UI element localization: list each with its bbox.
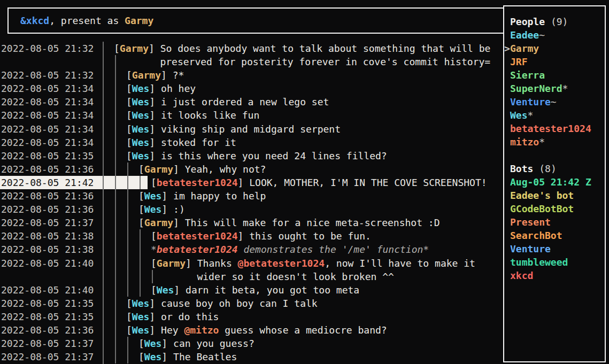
person-item-jrf[interactable]: JRF <box>504 55 605 68</box>
message-text: *betatester1024 demonstrates the '/me' f… <box>151 243 429 256</box>
chat-line-highlighted: 2022-08-05 21:42[betatester1024] LOOK, M… <box>0 176 503 189</box>
message-segment: it looks like fun <box>161 110 259 121</box>
message-segment: Yeah, why not? <box>185 164 266 175</box>
message-segment: i just ordered a new lego set <box>161 96 329 107</box>
timestamp: 2022-08-05 21:37 <box>1 350 94 363</box>
message-segment: is this where you need 24 lines filled? <box>161 150 387 161</box>
message-text: [betatester1024] this ought to be fun. <box>151 229 371 243</box>
chat-log: 2022-08-05 21:32[Garmy] So does anybody … <box>0 42 503 364</box>
chat-line: 2022-08-05 21:40[Garmy] Thanks @betatest… <box>0 257 503 270</box>
bot-item-gcodebotbot[interactable]: GCodeBotBot <box>504 202 605 215</box>
nick: Garmy <box>157 258 186 269</box>
message-segment: cause boy oh boy can I talk <box>161 298 318 309</box>
message-segment: ] <box>161 190 173 202</box>
thread-line <box>127 283 128 297</box>
person-item-mitzo[interactable]: mitzo* <box>504 135 605 149</box>
message-text: [betatester1024] LOOK, MOTHER, I'M IN TH… <box>151 176 487 189</box>
message-text: [Wes] can you guess? <box>138 337 255 350</box>
person-item-supernerd[interactable]: SuperNerd* <box>504 82 605 95</box>
message-text: [Garmy] ?* <box>126 68 184 82</box>
message-segment: im happy to help <box>173 190 266 202</box>
message-segment: [ <box>151 177 157 188</box>
thread-line <box>140 283 141 297</box>
message-segment: demonstrates the '/me' function* <box>238 244 429 255</box>
message-segment: ] <box>186 258 197 269</box>
message-segment: this ought to be fun. <box>249 230 371 242</box>
message-text: [Wes] stoked for it <box>126 136 236 149</box>
message-text: [Wes] viking ship and midgard serpent <box>126 122 341 136</box>
message-segment: The Beatles <box>173 351 237 362</box>
nick: Wes <box>144 190 162 202</box>
person-item-wes[interactable]: Wes* <box>504 109 605 122</box>
person-item-venture[interactable]: Venture~ <box>504 95 605 109</box>
message-segment: So does anybody want to talk about somet… <box>160 43 491 54</box>
nick: betatester1024 <box>157 244 238 255</box>
person-item-eadee[interactable]: Eadee~ <box>504 28 605 42</box>
people-list: Eadee~>GarmyJRFSierraSuperNerd*Venture~W… <box>504 28 605 149</box>
timestamp: 2022-08-05 21:34 <box>1 109 94 122</box>
thread-line <box>127 270 128 283</box>
nick: Wes <box>132 150 150 161</box>
bot-name: Present <box>510 216 551 228</box>
bot-item-venture[interactable]: Venture <box>504 242 605 255</box>
bot-name: Eadee's bot <box>510 190 574 201</box>
bot-item-eadee-s-bot[interactable]: Eadee's bot <box>504 189 605 202</box>
nick: Garmy <box>132 69 161 81</box>
thread-line <box>127 162 128 176</box>
timestamp: 2022-08-05 21:37 <box>1 216 94 229</box>
thread-line <box>127 229 128 243</box>
person-name: JRF <box>510 56 528 67</box>
message-segment: ?* <box>173 69 184 81</box>
person-name: Garmy <box>510 43 539 54</box>
chat-line: 2022-08-05 21:38*betatester1024 demonstr… <box>0 243 503 256</box>
message-text: [Wes] is this where you need 24 lines fi… <box>126 149 387 162</box>
timestamp: 2022-08-05 21:38 <box>1 229 94 243</box>
message-segment: ] <box>149 150 161 161</box>
message-segment: ] <box>161 351 173 362</box>
message-text: [Garmy] Yeah, why not? <box>138 162 266 176</box>
message-segment: viking ship and midgard serpent <box>161 123 341 135</box>
nick: @betatester1024 <box>238 258 325 269</box>
thread-line <box>115 136 116 149</box>
thread-line <box>115 350 116 363</box>
selected-cursor: > <box>504 42 510 55</box>
timestamp: 2022-08-05 21:36 <box>1 203 94 216</box>
timestamp: 2022-08-05 21:35 <box>1 297 94 310</box>
bot-item-xkcd[interactable]: xkcd <box>504 269 605 282</box>
person-item-sierra[interactable]: Sierra <box>504 68 605 82</box>
timestamp: 2022-08-05 21:36 <box>1 323 94 337</box>
thread-line <box>115 109 116 122</box>
bot-item-aug-05-21-42-z[interactable]: Aug-05 21:42 Z <box>504 175 605 189</box>
timestamp: 2022-08-05 21:32 <box>1 68 94 82</box>
presence-suffix: * <box>562 83 568 94</box>
chat-line: 2022-08-05 21:36[Wes] im happy to help <box>0 189 503 203</box>
timestamp: 2022-08-05 21:38 <box>1 243 94 256</box>
message-segment: [ <box>138 190 144 202</box>
bot-item-searchbot[interactable]: SearchBot <box>504 229 605 242</box>
timestamp: 2022-08-05 21:40 <box>1 283 94 297</box>
nick: Wes <box>132 137 150 148</box>
presence-suffix: ~ <box>539 29 545 41</box>
message-segment: [ <box>126 69 132 81</box>
message-segment: ] <box>149 137 161 148</box>
person-name: Wes <box>510 110 528 121</box>
chat-line: 2022-08-05 21:34[Wes] oh hey <box>0 82 503 95</box>
bot-item-tumbleweed[interactable]: tumbleweed <box>504 255 605 269</box>
thread-line <box>115 297 116 310</box>
message-text: [Wes] im happy to help <box>138 189 266 203</box>
thread-line <box>115 310 116 323</box>
thread-line <box>140 176 141 189</box>
nick: Wes <box>132 123 150 135</box>
nick: Wes <box>132 110 150 121</box>
message-segment: [ <box>126 137 132 148</box>
person-item-betatester1024[interactable]: betatester1024 <box>504 122 605 135</box>
message-text: [Wes] or do this <box>126 310 219 323</box>
channel-status-bar: &xkcd, present as Garmy <box>7 7 508 34</box>
message-segment: ] <box>173 164 185 175</box>
message-text: [Wes] it looks like fun <box>126 109 259 122</box>
person-item-garmy[interactable]: >Garmy <box>504 42 605 55</box>
message-segment: [ <box>114 43 120 54</box>
bot-item-present[interactable]: Present <box>504 215 605 229</box>
message-text: [Wes] The Beatles <box>138 350 237 363</box>
message-segment: can you guess? <box>173 338 255 349</box>
